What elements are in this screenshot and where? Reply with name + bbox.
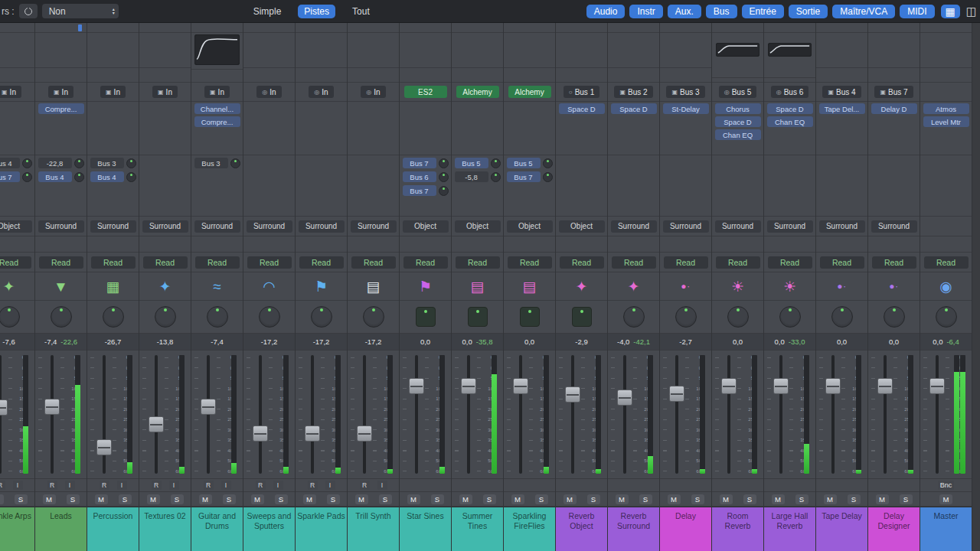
- plugin-slot[interactable]: Channel...: [194, 103, 240, 114]
- setting-row[interactable]: [0, 23, 34, 33]
- setting-row[interactable]: [296, 23, 347, 33]
- volume-display[interactable]: 0,0: [868, 334, 920, 350]
- pan-control[interactable]: [675, 306, 697, 328]
- input-monitor-button[interactable]: I: [65, 481, 75, 490]
- group-slot[interactable]: [348, 236, 399, 253]
- solo-button[interactable]: S: [535, 494, 548, 504]
- solo-button[interactable]: S: [431, 494, 444, 504]
- track-icon[interactable]: ▤: [367, 279, 381, 294]
- solo-button[interactable]: S: [848, 494, 861, 504]
- pan-control[interactable]: [311, 306, 332, 328]
- output-slot[interactable]: Surround: [871, 220, 917, 233]
- setting-row[interactable]: [556, 23, 607, 33]
- plugin-slot[interactable]: Atmos: [923, 103, 969, 114]
- track-icon[interactable]: ☀: [783, 279, 796, 294]
- fader[interactable]: [767, 354, 798, 475]
- track-icon[interactable]: ✦: [628, 279, 640, 294]
- record-button[interactable]: R: [204, 481, 214, 490]
- pan-control[interactable]: [259, 306, 280, 328]
- mute-button[interactable]: M: [772, 494, 785, 504]
- record-button[interactable]: R: [100, 481, 109, 490]
- fader[interactable]: [923, 354, 954, 475]
- eq-display[interactable]: [716, 43, 760, 57]
- setting-row[interactable]: [712, 23, 763, 33]
- filter-button-aux[interactable]: Aux.: [668, 5, 701, 18]
- mute-button[interactable]: M: [355, 494, 368, 504]
- send-slot[interactable]: -22,8: [38, 158, 84, 168]
- fader-cap[interactable]: [617, 390, 632, 406]
- track-name[interactable]: Master: [920, 507, 972, 551]
- setting-row[interactable]: [400, 23, 451, 33]
- mute-button[interactable]: M: [199, 494, 212, 504]
- volume-display[interactable]: -26,7: [87, 334, 139, 350]
- automation-mode[interactable]: Read: [612, 256, 656, 269]
- pan-control[interactable]: [520, 307, 540, 327]
- fader-cap[interactable]: [877, 378, 893, 394]
- solo-button[interactable]: S: [275, 494, 288, 504]
- plugin-slot[interactable]: Compre...: [194, 116, 240, 127]
- record-button[interactable]: R: [360, 481, 370, 490]
- pan-control[interactable]: [363, 306, 384, 328]
- fader-cap[interactable]: [669, 386, 684, 402]
- send-knob[interactable]: [230, 158, 240, 168]
- automation-mode[interactable]: Read: [820, 256, 864, 269]
- setting-row[interactable]: [504, 23, 555, 33]
- volume-display[interactable]: -17,2: [296, 334, 347, 350]
- automation-mode[interactable]: Read: [664, 256, 708, 269]
- tab-tout[interactable]: Tout: [346, 5, 376, 18]
- send-knob[interactable]: [439, 158, 449, 168]
- mute-button[interactable]: M: [251, 494, 264, 504]
- output-slot[interactable]: Surround: [194, 220, 240, 233]
- automation-mode[interactable]: Read: [560, 256, 604, 269]
- group-slot[interactable]: [452, 236, 503, 253]
- record-button[interactable]: R: [152, 481, 162, 490]
- setting-row[interactable]: [35, 23, 87, 33]
- send-knob[interactable]: [22, 158, 32, 168]
- track-name[interactable]: Textures 02: [139, 507, 191, 551]
- send-knob[interactable]: [74, 158, 84, 168]
- send-knob[interactable]: [439, 172, 449, 182]
- automation-mode[interactable]: Read: [351, 256, 396, 269]
- track-icon[interactable]: ◉: [939, 279, 952, 294]
- input-slot[interactable]: ◎ In: [361, 86, 385, 98]
- mute-button[interactable]: M: [303, 494, 316, 504]
- solo-button[interactable]: S: [900, 494, 913, 504]
- input-slot[interactable]: ES2: [404, 86, 447, 98]
- mute-button[interactable]: M: [720, 494, 733, 504]
- filter-button-sortie[interactable]: Sortie: [789, 5, 828, 18]
- volume-display[interactable]: -13,8: [139, 334, 191, 350]
- automation-mode[interactable]: Read: [195, 256, 240, 269]
- group-slot[interactable]: [816, 236, 867, 253]
- pan-control[interactable]: [936, 306, 957, 328]
- send-slot[interactable]: Bus 6: [403, 171, 449, 182]
- fader-cap[interactable]: [409, 378, 424, 394]
- input-slot[interactable]: ◎ Bus 5: [719, 86, 757, 98]
- volume-display[interactable]: -7,4 -22,6: [35, 334, 87, 350]
- volume-display[interactable]: -17,2: [243, 334, 295, 350]
- send-slot[interactable]: Bus 3: [194, 158, 240, 168]
- record-button[interactable]: R: [308, 481, 318, 490]
- volume-display[interactable]: -7,4: [191, 334, 243, 350]
- output-slot[interactable]: Object: [403, 220, 449, 233]
- track-icon[interactable]: ●∙: [837, 282, 847, 291]
- plugin-slot[interactable]: Space D: [767, 103, 813, 114]
- track-name[interactable]: Trill Synth: [348, 507, 399, 551]
- track-name[interactable]: Room Reverb: [712, 507, 763, 551]
- group-slot[interactable]: [243, 236, 295, 253]
- volume-display[interactable]: 0,0: [712, 334, 763, 350]
- track-name[interactable]: Tape Delay: [816, 507, 867, 551]
- fader-cap[interactable]: [773, 378, 789, 394]
- group-slot[interactable]: [139, 236, 191, 253]
- solo-button[interactable]: S: [327, 494, 340, 504]
- mute-button[interactable]: M: [407, 494, 420, 504]
- automation-mode[interactable]: Read: [0, 256, 31, 269]
- fader[interactable]: [299, 354, 329, 475]
- pan-control[interactable]: [831, 306, 853, 328]
- solo-button[interactable]: S: [639, 494, 652, 504]
- pan-control[interactable]: [727, 306, 749, 328]
- automation-mode[interactable]: Read: [143, 256, 188, 269]
- pan-control[interactable]: [779, 306, 801, 328]
- automation-mode[interactable]: Read: [403, 256, 448, 269]
- input-monitor-button[interactable]: I: [13, 481, 23, 490]
- output-slot[interactable]: Object: [455, 220, 501, 233]
